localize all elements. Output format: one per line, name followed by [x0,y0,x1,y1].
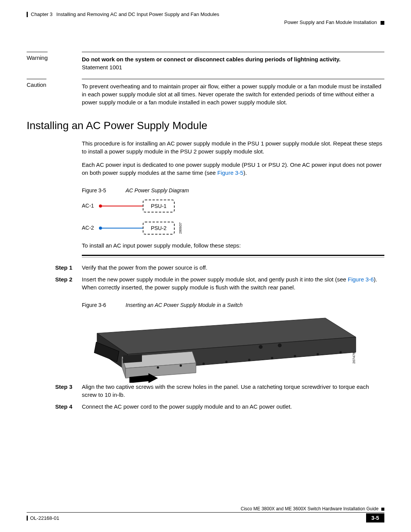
document-page: Chapter 3 Installing and Removing AC and… [0,0,411,532]
svg-point-12 [225,361,228,363]
svg-point-18 [259,345,263,349]
svg-point-15 [294,355,296,357]
footer-guide-title: Cisco ME 3800X and ME 3600X Switch Hardw… [241,506,378,511]
caution-text: To prevent overheating and to maintain p… [82,79,384,106]
warning-text: Do not work on the system or connect or … [82,56,341,62]
intro-paragraph-2: Each AC power input is dedicated to one … [82,161,384,177]
warning-callout: Warning Do not work on the system or con… [27,52,384,71]
intro-paragraph-3: To install an AC input power supply modu… [82,241,384,249]
section-subheader: Power Supply and Fan Module Installation [27,19,384,25]
intro-p2-post: ). [243,169,247,176]
caution-label: Caution [27,79,46,89]
svg-point-16 [317,353,319,355]
header: Chapter 3 Installing and Removing AC and… [27,11,384,17]
svg-rect-7 [123,354,142,363]
figure-3-6-id: 207478 [352,352,356,364]
footer-docnum: OL-22168-01 [30,515,59,521]
figure-3-5-link[interactable]: Figure 3-5 [217,169,243,176]
step-1-row: Step 1 Verify that the power from the po… [27,264,384,272]
psu-2-box: PSU-2 [143,222,175,235]
figure-3-5-number: Figure 3-5 [82,187,126,193]
blue-line-icon [102,228,143,228]
footer-bar-icon [27,516,28,521]
ac-1-label: AC-1 [82,203,94,209]
page-footer: Cisco ME 3800X and ME 3600X Switch Hardw… [27,506,384,522]
ac-2-label: AC-2 [82,225,94,231]
step-3-label: Step 3 [27,383,82,399]
chapter-label: Chapter 3 [31,11,53,17]
step-4-label: Step 4 [27,403,82,411]
section-title: Power Supply and Fan Module Installation [284,19,377,25]
psu-1-label: PSU-1 [151,203,166,209]
svg-point-14 [271,357,273,359]
warning-statement: Statement 1001 [82,64,122,70]
intro-paragraph-1: This procedure is for installing an AC p… [82,139,384,155]
svg-point-9 [157,366,159,369]
figure-3-6-diagram: 207478 [82,314,363,383]
figure-3-5-title: AC Power Supply Diagram [126,187,189,193]
header-bar-icon [27,12,28,17]
step-2-text: Insert the new power supply module in th… [82,275,384,291]
caution-callout: Caution To prevent overheating and to ma… [27,79,384,106]
step-3-text: Align the two captive screws with the sc… [82,383,384,399]
warning-label: Warning [27,52,48,62]
svg-point-11 [202,363,205,365]
step-1-label: Step 1 [27,264,82,272]
step-2-label: Step 2 [27,275,82,291]
page-number-badge: 3-5 [366,513,384,522]
blue-dot-icon [99,227,102,230]
step-4-row: Step 4 Connect the AC power cord to the … [27,403,384,411]
red-dot-icon [99,204,102,208]
square-icon [381,508,384,511]
switch-illustration [82,314,363,383]
svg-point-13 [248,359,250,361]
red-line-icon [102,206,143,206]
step-3-row: Step 3 Align the two captive screws with… [27,383,384,399]
svg-point-19 [278,343,282,347]
step-4-text: Connect the AC power cord to the power s… [82,403,384,411]
svg-point-10 [180,364,182,367]
psu-2-label: PSU-2 [151,225,166,231]
step-1-text: Verify that the power from the power sou… [82,264,384,272]
step-2-pre: Insert the new power supply module in th… [82,276,348,283]
figure-3-6-link[interactable]: Figure 3-6 [348,276,374,283]
figure-3-6-caption: Figure 3-6 Inserting an AC Power Supply … [82,302,384,308]
chapter-title: Installing and Removing AC and DC Input … [56,11,219,17]
step-2-row: Step 2 Insert the new power supply modul… [27,275,384,291]
steps-divider [82,255,384,257]
figure-3-5-id: 280937 [178,222,182,234]
figure-3-5-diagram: AC-1 PSU-1 AC-2 PSU-2 280937 [82,200,204,241]
psu-1-box: PSU-1 [143,200,175,212]
figure-3-6-number: Figure 3-6 [82,302,126,308]
svg-point-17 [339,351,342,353]
page-heading: Installing an AC Power Supply Module [27,120,384,132]
figure-3-6-title: Inserting an AC Power Supply Module in a… [126,302,243,308]
square-icon [381,21,384,25]
figure-3-5-caption: Figure 3-5 AC Power Supply Diagram [82,187,384,193]
